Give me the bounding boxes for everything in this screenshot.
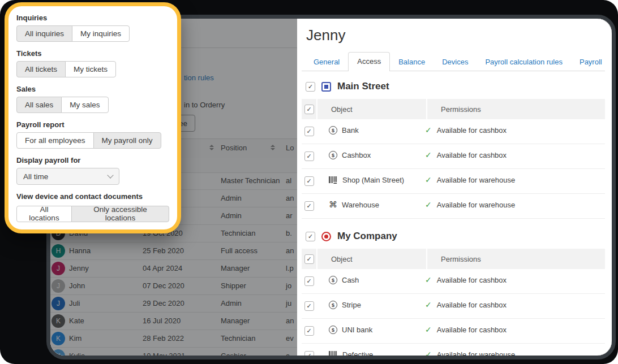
object-name: Bank bbox=[342, 126, 359, 135]
permissions-table-my-company: ✓ Object Permissions ✓ $Cash ✓Available … bbox=[302, 249, 605, 356]
barcode-icon bbox=[329, 176, 338, 184]
money-icon: $ bbox=[329, 276, 337, 284]
check-icon: ✓ bbox=[425, 151, 432, 159]
object-name: Warehouse bbox=[342, 201, 379, 209]
tab-payroll-calculation-rules[interactable]: Payroll calculation rules bbox=[477, 53, 571, 71]
selected-period: All time bbox=[23, 172, 48, 181]
group-label: Sales bbox=[16, 85, 169, 93]
permission-text: Available for cashbox bbox=[437, 276, 507, 284]
section-checkbox[interactable]: ✓ bbox=[306, 82, 315, 92]
my-tickets-button[interactable]: My tickets bbox=[65, 61, 116, 77]
payroll-period-select[interactable]: All time bbox=[16, 168, 119, 185]
permission-row: ✓ Shop (Main Street) ✓Available for ware… bbox=[302, 169, 605, 194]
for-all-employees-button[interactable]: For all employees bbox=[16, 132, 94, 149]
permissions-column-header: Permissions bbox=[427, 249, 605, 269]
group-label: Payroll report bbox=[16, 120, 169, 129]
all-tickets-button[interactable]: All tickets bbox=[16, 61, 66, 77]
company-target-icon bbox=[321, 232, 331, 241]
money-icon: $ bbox=[329, 301, 337, 309]
permission-row: ✓ $Bank ✓Available for cashbox bbox=[302, 119, 605, 144]
tab-devices[interactable]: Devices bbox=[434, 53, 477, 71]
row-checkbox[interactable]: ✓ bbox=[304, 301, 314, 311]
object-name: Shop (Main Street) bbox=[342, 176, 404, 184]
tab-general[interactable]: General bbox=[305, 53, 348, 71]
chevron-down-icon bbox=[107, 172, 113, 178]
section-my-company: ✓ My Company bbox=[306, 231, 605, 242]
money-icon: $ bbox=[329, 326, 337, 334]
object-column-header: Object bbox=[317, 249, 426, 269]
documents-toggle: All locations Only accessible locations bbox=[16, 206, 169, 222]
row-checkbox[interactable]: ✓ bbox=[304, 127, 314, 136]
permissions-column-header: Permissions bbox=[427, 99, 605, 119]
permissions-table-header: ✓ Object Permissions bbox=[302, 99, 605, 119]
inquiries-toggle: All inquiries My inquiries bbox=[16, 25, 130, 42]
permission-text: Available for cashbox bbox=[437, 126, 507, 135]
all-inquiries-button[interactable]: All inquiries bbox=[16, 25, 72, 42]
check-icon: ✓ bbox=[425, 201, 432, 209]
object-name: Cashbox bbox=[342, 151, 371, 159]
payroll-report-group: Payroll report For all employees My payr… bbox=[16, 120, 169, 149]
inquiries-group: Inquiries All inquiries My inquiries bbox=[16, 14, 169, 42]
select-all-checkbox[interactable]: ✓ bbox=[304, 105, 314, 114]
object-column-header: Object bbox=[317, 99, 426, 119]
barcode-icon bbox=[329, 350, 338, 356]
employee-dialog: Jenny General Access Balance Devices Pay… bbox=[297, 19, 612, 356]
object-name: Defective bbox=[342, 350, 373, 356]
dialog-title: Jenny bbox=[306, 27, 605, 44]
group-label: Inquiries bbox=[16, 14, 169, 22]
all-sales-button[interactable]: All sales bbox=[16, 97, 62, 113]
all-locations-button[interactable]: All locations bbox=[16, 206, 72, 222]
permission-row: ✓ $Stripe ✓Available for cashbox bbox=[302, 294, 605, 319]
object-name: Cash bbox=[342, 276, 359, 284]
section-checkbox[interactable]: ✓ bbox=[306, 232, 315, 241]
money-icon: $ bbox=[329, 126, 337, 135]
permission-text: Available for warehouse bbox=[437, 176, 516, 184]
documents-group: View device and contact documents All lo… bbox=[16, 192, 169, 222]
permission-text: Available for cashbox bbox=[437, 151, 507, 159]
payroll-report-toggle: For all employees My payroll only bbox=[16, 132, 161, 149]
permission-text: Available for warehouse bbox=[437, 350, 516, 356]
check-icon: ✓ bbox=[425, 350, 432, 356]
display-payroll-group: Display payroll for All time bbox=[16, 156, 169, 185]
row-checkbox[interactable]: ✓ bbox=[304, 151, 314, 161]
permission-row: ✓ $UNI bank ✓Available for cashbox bbox=[302, 319, 605, 344]
my-inquiries-button[interactable]: My inquiries bbox=[72, 25, 130, 42]
permission-text: Available for cashbox bbox=[437, 301, 507, 309]
my-payroll-only-button[interactable]: My payroll only bbox=[93, 132, 161, 149]
composite-canvas: tion rules in to Orderry ee Position Lo … bbox=[0, 0, 618, 364]
section-title: My Company bbox=[337, 231, 397, 242]
check-icon: ✓ bbox=[425, 326, 432, 333]
only-accessible-locations-button[interactable]: Only accessible locations bbox=[71, 206, 169, 222]
permission-row: ✓ Defective ✓Available for warehouse bbox=[302, 344, 605, 356]
location-square-icon bbox=[321, 82, 331, 92]
tab-access[interactable]: Access bbox=[348, 52, 390, 71]
check-icon: ✓ bbox=[425, 301, 432, 309]
permission-row: ✓ $Cashbox ✓Available for cashbox bbox=[302, 144, 605, 169]
dialog-tabs: General Access Balance Devices Payroll c… bbox=[302, 51, 605, 71]
tab-balance[interactable]: Balance bbox=[390, 53, 434, 71]
row-checkbox[interactable]: ✓ bbox=[304, 176, 314, 186]
permissions-callout-panel: Inquiries All inquiries My inquiries Tic… bbox=[5, 2, 181, 233]
section-main-street: ✓ Main Street bbox=[306, 81, 605, 92]
my-sales-button[interactable]: My sales bbox=[61, 97, 108, 113]
permission-row: ✓ $Cash ✓Available for cashbox bbox=[302, 269, 605, 294]
permission-text: Available for cashbox bbox=[437, 326, 507, 334]
group-label: View device and contact documents bbox=[16, 192, 169, 201]
sales-group: Sales All sales My sales bbox=[16, 85, 169, 113]
tickets-toggle: All tickets My tickets bbox=[16, 61, 116, 77]
row-checkbox[interactable]: ✓ bbox=[304, 201, 314, 211]
check-icon: ✓ bbox=[425, 276, 432, 284]
group-label: Display payroll for bbox=[16, 156, 169, 164]
permissions-table-header: ✓ Object Permissions bbox=[302, 249, 605, 269]
permission-text: Available for warehouse bbox=[437, 201, 516, 209]
tab-payroll[interactable]: Payroll bbox=[571, 53, 611, 71]
select-all-checkbox[interactable]: ✓ bbox=[304, 254, 314, 264]
row-checkbox[interactable]: ✓ bbox=[304, 276, 314, 286]
row-checkbox[interactable]: ✓ bbox=[304, 326, 314, 336]
tickets-group: Tickets All tickets My tickets bbox=[16, 49, 169, 77]
group-label: Tickets bbox=[16, 49, 169, 58]
row-checkbox[interactable]: ✓ bbox=[304, 351, 314, 356]
money-icon: $ bbox=[329, 151, 337, 159]
sales-toggle: All sales My sales bbox=[16, 97, 109, 113]
object-name: Stripe bbox=[342, 301, 361, 309]
